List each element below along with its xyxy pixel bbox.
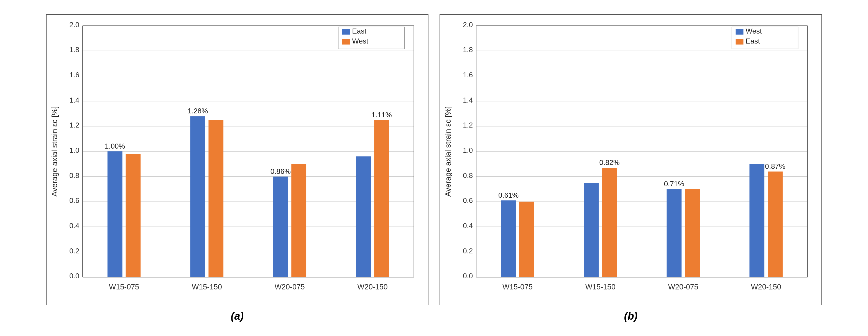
svg-text:East: East	[745, 37, 760, 44]
svg-text:W20-075: W20-075	[275, 283, 305, 291]
svg-text:W20-150: W20-150	[358, 283, 388, 291]
svg-rect-36	[356, 156, 371, 277]
svg-rect-44	[342, 39, 350, 44]
svg-text:0.2: 0.2	[69, 247, 79, 254]
svg-text:0.86%: 0.86%	[271, 167, 291, 175]
svg-text:0.4: 0.4	[463, 222, 473, 230]
chart-wrapper-chart-a: 0.00.20.40.60.81.01.21.41.61.82.01.00%W1…	[46, 14, 429, 322]
svg-text:1.11%: 1.11%	[371, 111, 392, 118]
svg-text:0.8: 0.8	[69, 171, 79, 179]
chart-label-chart-b: (b)	[624, 310, 638, 322]
svg-rect-77	[602, 168, 617, 277]
svg-rect-32	[273, 176, 288, 277]
svg-text:1.4: 1.4	[69, 96, 79, 104]
svg-text:0.87%: 0.87%	[765, 162, 785, 170]
svg-rect-42	[342, 29, 350, 34]
svg-text:East: East	[352, 27, 366, 35]
svg-text:1.0: 1.0	[463, 146, 473, 154]
svg-rect-76	[584, 183, 599, 277]
svg-rect-37	[374, 120, 389, 277]
svg-text:0.71%: 0.71%	[664, 180, 684, 188]
svg-text:0.8: 0.8	[463, 171, 473, 179]
svg-text:West: West	[352, 37, 368, 44]
svg-rect-33	[291, 164, 306, 277]
svg-rect-72	[501, 200, 516, 277]
svg-rect-29	[209, 120, 223, 277]
svg-rect-84	[749, 164, 764, 277]
svg-rect-28	[190, 116, 205, 277]
svg-text:1.8: 1.8	[463, 46, 473, 54]
svg-text:0.0: 0.0	[69, 272, 79, 280]
svg-text:W15-075: W15-075	[109, 283, 139, 291]
svg-text:Average axial strain εc [%]: Average axial strain εc [%]	[444, 106, 452, 196]
charts-container: 0.00.20.40.60.81.01.21.41.61.82.01.00%W1…	[4, 4, 864, 332]
svg-text:1.00%: 1.00%	[105, 142, 125, 150]
svg-text:0.6: 0.6	[463, 196, 473, 204]
svg-text:2.0: 2.0	[69, 21, 79, 28]
svg-rect-73	[519, 202, 534, 277]
chart-wrapper-chart-b: 0.00.20.40.60.81.01.21.41.61.82.00.61%W1…	[439, 14, 822, 322]
svg-text:2.0: 2.0	[463, 21, 473, 28]
svg-rect-25	[126, 154, 141, 277]
svg-text:1.6: 1.6	[69, 71, 79, 79]
svg-text:W20-150: W20-150	[751, 283, 781, 291]
svg-text:0.82%: 0.82%	[599, 159, 620, 166]
svg-text:0.61%: 0.61%	[498, 191, 519, 199]
svg-text:W15-150: W15-150	[192, 283, 222, 291]
chart-box-chart-b: 0.00.20.40.60.81.01.21.41.61.82.00.61%W1…	[439, 14, 822, 305]
chart-box-chart-a: 0.00.20.40.60.81.01.21.41.61.82.01.00%W1…	[46, 14, 429, 305]
svg-text:W20-075: W20-075	[668, 283, 699, 291]
svg-text:Average axial strain εc [%]: Average axial strain εc [%]	[50, 106, 59, 196]
svg-rect-90	[736, 29, 744, 34]
svg-text:W15-075: W15-075	[502, 283, 533, 291]
svg-text:1.2: 1.2	[69, 121, 79, 129]
svg-text:West: West	[745, 27, 762, 35]
svg-rect-92	[736, 39, 744, 44]
svg-rect-24	[107, 151, 123, 277]
svg-text:0.2: 0.2	[463, 247, 473, 254]
svg-text:1.28%: 1.28%	[188, 107, 208, 115]
svg-text:0.4: 0.4	[69, 222, 79, 230]
svg-text:0.0: 0.0	[463, 272, 473, 280]
svg-text:1.4: 1.4	[463, 96, 473, 104]
svg-text:1.0: 1.0	[69, 146, 79, 154]
svg-text:1.6: 1.6	[463, 71, 473, 79]
svg-rect-85	[768, 171, 783, 277]
svg-text:0.6: 0.6	[69, 196, 79, 204]
svg-text:1.8: 1.8	[69, 46, 79, 54]
svg-rect-81	[685, 189, 700, 277]
svg-rect-80	[667, 189, 682, 277]
chart-label-chart-a: (a)	[231, 310, 244, 322]
svg-text:W15-150: W15-150	[585, 283, 616, 291]
svg-text:1.2: 1.2	[463, 121, 473, 129]
